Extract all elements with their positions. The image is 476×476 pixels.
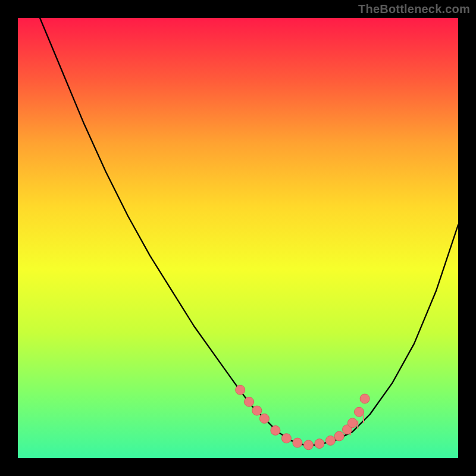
- marker-dot: [334, 431, 344, 441]
- marker-dot: [252, 406, 262, 415]
- marker-dot: [281, 434, 291, 443]
- marker-dot: [325, 436, 335, 445]
- marker-dot: [315, 439, 324, 449]
- marker-dot: [271, 425, 280, 435]
- marker-dot: [303, 440, 313, 450]
- marker-dot: [355, 407, 364, 416]
- marker-dot: [236, 385, 245, 394]
- marker-dot: [360, 394, 369, 403]
- marker-dot: [293, 438, 302, 447]
- chart-stage: TheBottleneck.com: [0, 0, 476, 476]
- marker-dot: [245, 397, 254, 406]
- marker-dot: [347, 418, 357, 428]
- marker-dot: [259, 414, 269, 423]
- chart-svg: [0, 0, 476, 476]
- attribution-label: TheBottleneck.com: [358, 2, 470, 16]
